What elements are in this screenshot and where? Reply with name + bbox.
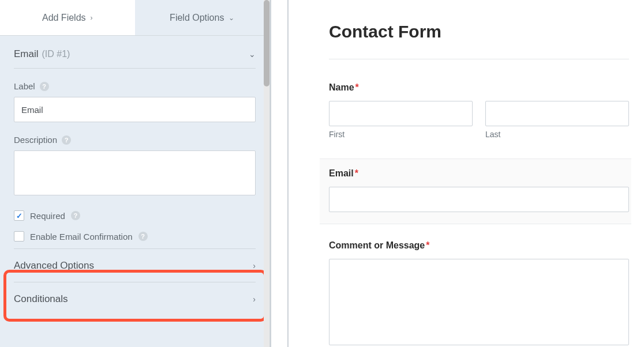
help-icon[interactable]: ? (71, 211, 80, 220)
chevron-right-icon: › (91, 14, 93, 22)
description-input[interactable] (14, 150, 256, 195)
email-field-label: Email* (329, 168, 629, 179)
enable-confirmation-label: Enable Email Confirmation (30, 232, 133, 242)
first-name-sublabel: First (329, 130, 473, 139)
description-section-title: Description (14, 135, 57, 145)
tab-field-options-label: Field Options (170, 13, 224, 23)
chevron-down-icon: ⌄ (249, 50, 256, 59)
field-header-id: (ID #1) (42, 49, 70, 59)
sidebar-scrollbar-thumb[interactable] (264, 0, 269, 86)
last-name-input[interactable] (485, 101, 629, 126)
label-section-title: Label (14, 81, 35, 91)
help-icon[interactable]: ? (138, 232, 148, 241)
email-input[interactable] (329, 187, 629, 212)
sidebar-tabs: Add Fields › Field Options ⌄ (0, 0, 269, 36)
form-title: Contact Form (329, 22, 629, 42)
label-input[interactable] (14, 97, 256, 122)
advanced-options-label: Advanced Options (14, 260, 94, 271)
tab-field-options[interactable]: Field Options ⌄ (135, 0, 270, 35)
required-asterisk: * (355, 168, 358, 178)
sidebar-scrollbar-track[interactable] (264, 0, 269, 347)
panel-separator (270, 0, 289, 347)
tab-add-fields-label: Add Fields (42, 13, 86, 23)
divider (329, 59, 629, 59)
first-name-input[interactable] (329, 101, 473, 126)
chevron-right-icon: › (253, 295, 256, 304)
tab-add-fields[interactable]: Add Fields › (0, 0, 135, 35)
required-asterisk: * (426, 240, 429, 250)
help-icon[interactable]: ? (40, 82, 49, 91)
required-asterisk: * (355, 82, 359, 92)
field-header[interactable]: Email (ID #1) ⌄ (14, 48, 256, 69)
field-header-name: Email (14, 48, 39, 60)
comment-field-label: Comment or Message* (329, 240, 629, 251)
name-field-label: Name* (329, 82, 629, 93)
chevron-down-icon: ⌄ (229, 14, 234, 22)
form-preview: Contact Form Name* First Last Email* Com… (289, 0, 644, 347)
advanced-options-row[interactable]: Advanced Options › (14, 248, 256, 282)
comment-textarea[interactable] (329, 259, 629, 345)
conditionals-row[interactable]: Conditionals › (14, 282, 256, 315)
required-checkbox[interactable] (14, 210, 24, 221)
conditionals-label: Conditionals (14, 293, 68, 305)
last-name-sublabel: Last (485, 130, 629, 139)
required-label: Required (30, 211, 65, 221)
chevron-right-icon: › (253, 261, 256, 270)
help-icon[interactable]: ? (62, 135, 71, 145)
field-options-sidebar: Add Fields › Field Options ⌄ Email (ID #… (0, 0, 270, 347)
enable-confirmation-checkbox[interactable] (14, 231, 24, 242)
email-field-block[interactable]: Email* (320, 159, 631, 224)
